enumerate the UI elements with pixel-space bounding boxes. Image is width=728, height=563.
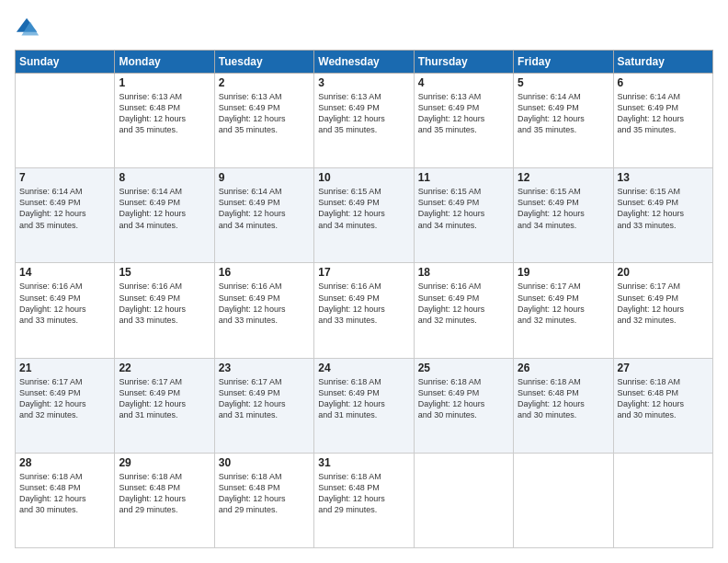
day-header-monday: Monday [115,51,214,74]
day-number: 22 [119,362,210,374]
calendar-cell: 12Sunrise: 6:15 AM Sunset: 6:49 PM Dayli… [514,168,613,263]
calendar-cell: 19Sunrise: 6:17 AM Sunset: 6:49 PM Dayli… [514,263,613,358]
day-number: 8 [119,171,210,184]
day-number: 2 [219,76,310,89]
calendar-cell [514,453,613,547]
day-info: Sunrise: 6:17 AM Sunset: 6:49 PM Dayligh… [219,376,310,421]
calendar-cell: 2Sunrise: 6:13 AM Sunset: 6:49 PM Daylig… [214,74,313,168]
calendar-cell: 31Sunrise: 6:18 AM Sunset: 6:48 PM Dayli… [314,453,414,547]
calendar-cell: 17Sunrise: 6:16 AM Sunset: 6:49 PM Dayli… [314,263,414,358]
calendar-cell [613,453,712,547]
day-info: Sunrise: 6:18 AM Sunset: 6:48 PM Dayligh… [119,471,210,516]
day-number: 4 [418,76,509,89]
calendar-cell: 16Sunrise: 6:16 AM Sunset: 6:49 PM Dayli… [214,263,313,358]
day-info: Sunrise: 6:13 AM Sunset: 6:49 PM Dayligh… [219,91,310,136]
day-info: Sunrise: 6:18 AM Sunset: 6:48 PM Dayligh… [318,471,409,516]
day-info: Sunrise: 6:17 AM Sunset: 6:49 PM Dayligh… [119,376,210,421]
day-number: 7 [19,171,110,184]
calendar-cell: 26Sunrise: 6:18 AM Sunset: 6:48 PM Dayli… [514,358,613,453]
logo [15,15,42,40]
calendar-cell: 1Sunrise: 6:13 AM Sunset: 6:48 PM Daylig… [115,74,214,168]
day-number: 27 [618,362,709,374]
day-number: 31 [318,456,409,469]
calendar-cell: 8Sunrise: 6:14 AM Sunset: 6:49 PM Daylig… [115,168,214,263]
day-info: Sunrise: 6:16 AM Sunset: 6:49 PM Dayligh… [318,281,409,326]
day-header-tuesday: Tuesday [214,51,313,74]
day-number: 14 [19,266,110,279]
day-number: 30 [219,456,310,469]
calendar-cell: 4Sunrise: 6:13 AM Sunset: 6:49 PM Daylig… [414,74,513,168]
day-info: Sunrise: 6:13 AM Sunset: 6:49 PM Dayligh… [318,91,409,136]
calendar-week-5: 28Sunrise: 6:18 AM Sunset: 6:48 PM Dayli… [16,453,713,547]
day-number: 19 [518,266,609,279]
calendar-cell: 22Sunrise: 6:17 AM Sunset: 6:49 PM Dayli… [115,358,214,453]
calendar-cell: 27Sunrise: 6:18 AM Sunset: 6:48 PM Dayli… [613,358,712,453]
calendar: SundayMondayTuesdayWednesdayThursdayFrid… [15,50,713,548]
calendar-cell: 15Sunrise: 6:16 AM Sunset: 6:49 PM Dayli… [115,263,214,358]
calendar-week-2: 7Sunrise: 6:14 AM Sunset: 6:49 PM Daylig… [16,168,713,263]
day-number: 16 [219,266,310,279]
day-info: Sunrise: 6:16 AM Sunset: 6:49 PM Dayligh… [219,281,310,326]
calendar-cell: 25Sunrise: 6:18 AM Sunset: 6:49 PM Dayli… [414,358,513,453]
day-number: 10 [318,171,409,184]
day-number: 28 [19,456,110,469]
day-info: Sunrise: 6:17 AM Sunset: 6:49 PM Dayligh… [19,376,110,421]
calendar-cell: 24Sunrise: 6:18 AM Sunset: 6:49 PM Dayli… [314,358,414,453]
logo-icon [15,15,40,40]
calendar-cell: 20Sunrise: 6:17 AM Sunset: 6:49 PM Dayli… [613,263,712,358]
calendar-cell: 28Sunrise: 6:18 AM Sunset: 6:48 PM Dayli… [16,453,115,547]
day-info: Sunrise: 6:14 AM Sunset: 6:49 PM Dayligh… [518,91,609,136]
day-header-wednesday: Wednesday [314,51,414,74]
day-number: 18 [418,266,509,279]
day-number: 1 [119,76,210,89]
day-info: Sunrise: 6:18 AM Sunset: 6:49 PM Dayligh… [318,376,409,421]
calendar-cell: 14Sunrise: 6:16 AM Sunset: 6:49 PM Dayli… [16,263,115,358]
day-number: 23 [219,362,310,374]
calendar-cell: 13Sunrise: 6:15 AM Sunset: 6:49 PM Dayli… [613,168,712,263]
calendar-cell: 10Sunrise: 6:15 AM Sunset: 6:49 PM Dayli… [314,168,414,263]
calendar-cell [16,74,115,168]
day-info: Sunrise: 6:15 AM Sunset: 6:49 PM Dayligh… [618,186,709,231]
day-number: 6 [618,76,709,89]
day-number: 24 [318,362,409,374]
calendar-header-row: SundayMondayTuesdayWednesdayThursdayFrid… [16,51,713,74]
day-number: 21 [19,362,110,374]
day-number: 26 [518,362,609,374]
page: SundayMondayTuesdayWednesdayThursdayFrid… [0,0,728,563]
day-info: Sunrise: 6:14 AM Sunset: 6:49 PM Dayligh… [119,186,210,231]
day-info: Sunrise: 6:14 AM Sunset: 6:49 PM Dayligh… [219,186,310,231]
day-info: Sunrise: 6:13 AM Sunset: 6:48 PM Dayligh… [119,91,210,136]
day-info: Sunrise: 6:13 AM Sunset: 6:49 PM Dayligh… [418,91,509,136]
day-header-friday: Friday [514,51,613,74]
day-info: Sunrise: 6:14 AM Sunset: 6:49 PM Dayligh… [19,186,110,231]
calendar-cell [414,453,513,547]
day-number: 3 [318,76,409,89]
day-number: 13 [618,171,709,184]
header [15,15,713,40]
day-number: 5 [518,76,609,89]
calendar-cell: 29Sunrise: 6:18 AM Sunset: 6:48 PM Dayli… [115,453,214,547]
calendar-cell: 21Sunrise: 6:17 AM Sunset: 6:49 PM Dayli… [16,358,115,453]
day-info: Sunrise: 6:18 AM Sunset: 6:48 PM Dayligh… [219,471,310,516]
calendar-cell: 3Sunrise: 6:13 AM Sunset: 6:49 PM Daylig… [314,74,414,168]
day-header-thursday: Thursday [414,51,513,74]
day-number: 12 [518,171,609,184]
day-info: Sunrise: 6:18 AM Sunset: 6:48 PM Dayligh… [19,471,110,516]
day-number: 25 [418,362,509,374]
day-info: Sunrise: 6:18 AM Sunset: 6:48 PM Dayligh… [618,376,709,421]
day-info: Sunrise: 6:18 AM Sunset: 6:49 PM Dayligh… [418,376,509,421]
day-info: Sunrise: 6:17 AM Sunset: 6:49 PM Dayligh… [618,281,709,326]
calendar-cell: 7Sunrise: 6:14 AM Sunset: 6:49 PM Daylig… [16,168,115,263]
day-info: Sunrise: 6:16 AM Sunset: 6:49 PM Dayligh… [418,281,509,326]
calendar-week-3: 14Sunrise: 6:16 AM Sunset: 6:49 PM Dayli… [16,263,713,358]
calendar-cell: 11Sunrise: 6:15 AM Sunset: 6:49 PM Dayli… [414,168,513,263]
day-number: 15 [119,266,210,279]
day-info: Sunrise: 6:14 AM Sunset: 6:49 PM Dayligh… [618,91,709,136]
calendar-week-1: 1Sunrise: 6:13 AM Sunset: 6:48 PM Daylig… [16,74,713,168]
day-info: Sunrise: 6:18 AM Sunset: 6:48 PM Dayligh… [518,376,609,421]
calendar-cell: 5Sunrise: 6:14 AM Sunset: 6:49 PM Daylig… [514,74,613,168]
day-number: 20 [618,266,709,279]
day-number: 17 [318,266,409,279]
calendar-cell: 9Sunrise: 6:14 AM Sunset: 6:49 PM Daylig… [214,168,313,263]
calendar-cell: 23Sunrise: 6:17 AM Sunset: 6:49 PM Dayli… [214,358,313,453]
